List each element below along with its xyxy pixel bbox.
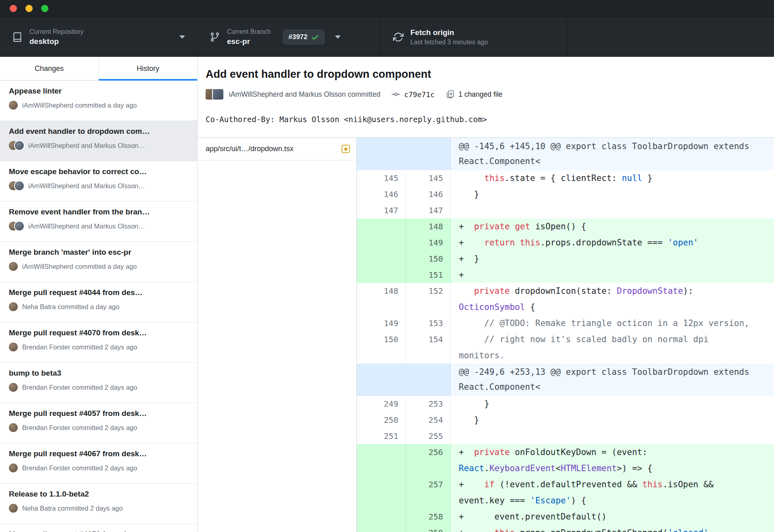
diff-line: 251255: [357, 428, 774, 444]
minimize-button[interactable]: [25, 5, 33, 12]
diff-old-line-number: 251: [357, 428, 406, 444]
diff-new-line-number: 152: [406, 283, 451, 315]
history-commit-item[interactable]: Merge pull request #4070 from desk…Brend…: [0, 322, 197, 363]
close-button[interactable]: [10, 5, 17, 12]
commit-byline: iAmWillShepherd and Markus Olsson commit…: [229, 90, 380, 99]
avatar-group: [9, 101, 18, 110]
repository-dropdown-button[interactable]: Current Repository desktop: [0, 17, 198, 57]
diff-code-cell: [451, 202, 774, 218]
commit-item-title: Merge pull request #4072 from des…: [9, 530, 188, 532]
commit-item-byline: Neha Batra committed a day ago: [22, 303, 119, 311]
commit-item-meta: Brendan Forster committed 2 days ago: [9, 343, 188, 351]
history-commit-item[interactable]: Merge branch 'master' into esc-priAmWill…: [0, 242, 197, 282]
avatar-group: [9, 504, 18, 513]
avatar-group: [9, 302, 18, 311]
history-commit-item[interactable]: Add event handler to dropdown com…iAmWil…: [0, 121, 197, 161]
chevron-down-icon: [179, 35, 185, 39]
commit-title: Add event handler to dropdown component: [206, 67, 762, 81]
diff-panel: app/src/ui/t…/dropdown.tsx @@ -145,6 +14…: [198, 137, 774, 532]
history-commit-item[interactable]: Merge pull request #4044 from des…Neha B…: [0, 282, 197, 322]
history-commit-item[interactable]: Merge pull request #4072 from des…: [0, 524, 197, 532]
branch-dropdown-button[interactable]: Current Branch esc-pr #3972: [198, 17, 381, 57]
commit-item-meta: Neha Batra committed 2 days ago: [9, 504, 188, 513]
diff-code-line: this.state = { clientRect: null }: [459, 170, 754, 186]
diff-new-line-number: 147: [406, 202, 451, 218]
diff-code-cell: // @TODO: Remake triangle octicon in a 1…: [451, 315, 774, 331]
diff-old-line-number: 150: [357, 331, 406, 364]
commit-item-title: Merge branch 'master' into esc-pr: [9, 248, 188, 257]
commit-header: Add event handler to dropdown component …: [198, 57, 774, 137]
branch-name: esc-pr: [227, 36, 271, 47]
diff-new-line-number: 145: [406, 170, 451, 186]
history-commit-item[interactable]: Remove event handler from the bran…iAmWi…: [0, 202, 197, 242]
diff-line: 146146 }: [357, 186, 774, 202]
zoom-button[interactable]: [41, 5, 48, 12]
avatar-group: [9, 463, 18, 472]
diff-hunk-text: @@ -249,6 +253,13 @@ export class Toolba…: [451, 364, 774, 396]
check-icon: [311, 33, 319, 41]
avatar: [15, 181, 24, 190]
avatar: [9, 504, 18, 513]
diff-line: 149153 // @TODO: Remake triangle octicon…: [357, 315, 774, 331]
diff-code-cell: [451, 428, 774, 444]
diff-line: 148+ private get isOpen() {: [357, 218, 774, 235]
context-line-marker: [459, 286, 464, 296]
history-commit-item[interactable]: Release to 1.1.0-beta2Neha Batra committ…: [0, 484, 197, 524]
diff-line: 148152 private dropdownIcon(state: Dropd…: [357, 283, 774, 315]
repository-label: Current Repository: [29, 27, 83, 36]
avatar: [9, 423, 18, 432]
commit-item-title: Merge pull request #4067 from desk…: [9, 449, 188, 458]
tab-history[interactable]: History: [99, 57, 197, 80]
diff-code-line: [459, 202, 754, 218]
tab-changes[interactable]: Changes: [0, 57, 99, 80]
diff-code-line: }: [459, 396, 754, 412]
diff-old-line-number: 145: [357, 170, 406, 186]
diff-new-line-number: 146: [406, 186, 451, 202]
history-commit-item[interactable]: Merge pull request #4067 from desk…Brend…: [0, 443, 197, 484]
diff-code-cell: + if (!event.defaultPrevented && this.is…: [451, 476, 774, 509]
diff-old-line-number: 250: [357, 412, 406, 428]
history-commit-item[interactable]: Move escape behavior to correct co…iAmWi…: [0, 161, 197, 202]
history-commit-item[interactable]: Appease linteriAmWillShepherd committed …: [0, 81, 197, 121]
diff-code-cell: + return this.props.dropdownState === 'o…: [451, 235, 774, 251]
repository-name: desktop: [29, 36, 83, 47]
diff-hunk-line: @@ -145,6 +145,10 @@ export class Toolba…: [459, 138, 754, 170]
file-path: app/src/ui/t…/dropdown.tsx: [206, 145, 341, 153]
fetch-origin-button[interactable]: Fetch origin Last fetched 3 minutes ago: [381, 17, 567, 57]
branch-text: Current Branch esc-pr: [227, 27, 271, 46]
diff-code-cell: + private get isOpen() {: [451, 218, 774, 235]
diff-new-line-number: 254: [406, 412, 451, 428]
commit-item-meta: iAmWillShepherd and Markus Olsson…: [9, 141, 188, 150]
avatar: [9, 302, 18, 311]
diff-code-line: + return this.props.dropdownState === 'o…: [459, 235, 754, 251]
diff-code-line: }: [459, 186, 754, 202]
diff-code-line: + private onFoldoutKeyDown = (event: Rea…: [459, 444, 754, 476]
diff-code-line: + if (!event.defaultPrevented && this.is…: [459, 476, 754, 509]
diff-hunk-header: @@ -249,6 +253,13 @@ export class Toolba…: [357, 364, 774, 396]
history-commit-list: Appease linteriAmWillShepherd committed …: [0, 81, 197, 532]
commit-item-title: Merge pull request #4044 from des…: [9, 288, 188, 297]
repo-book-icon: [12, 32, 23, 42]
author-avatars: [206, 89, 223, 100]
titlebar: [0, 0, 774, 17]
diff-new-line-number: 148: [406, 218, 451, 235]
file-diff-icon: [446, 90, 455, 99]
diff-hunk-text: @@ -145,6 +145,10 @@ export class Toolba…: [451, 138, 774, 170]
commit-item-title: Merge pull request #4057 from desk…: [9, 409, 188, 418]
commit-item-title: bump to beta3: [9, 369, 188, 378]
commit-item-title: Release to 1.1.0-beta2: [9, 490, 188, 499]
context-line-marker: [459, 206, 464, 215]
diff-hunk-header: @@ -145,6 +145,10 @@ export class Toolba…: [357, 138, 774, 170]
diff-code-line: // right now it's scaled badly on normal…: [459, 331, 754, 364]
history-commit-item[interactable]: bump to beta3Brendan Forster committed 2…: [0, 363, 197, 403]
diff-old-line-number: [357, 476, 406, 509]
diff-old-line-number: [357, 235, 406, 251]
added-line-marker: +: [459, 528, 464, 532]
commit-item-meta: iAmWillShepherd and Markus Olsson…: [9, 222, 188, 231]
changed-file-item[interactable]: app/src/ui/t…/dropdown.tsx: [198, 138, 356, 160]
added-line-marker: +: [459, 512, 464, 522]
diff-old-line-number: [357, 218, 406, 235]
history-commit-item[interactable]: Merge pull request #4057 from desk…Brend…: [0, 403, 197, 443]
commit-item-meta: Neha Batra committed a day ago: [9, 302, 188, 311]
diff-new-line-number: 151: [406, 267, 451, 283]
